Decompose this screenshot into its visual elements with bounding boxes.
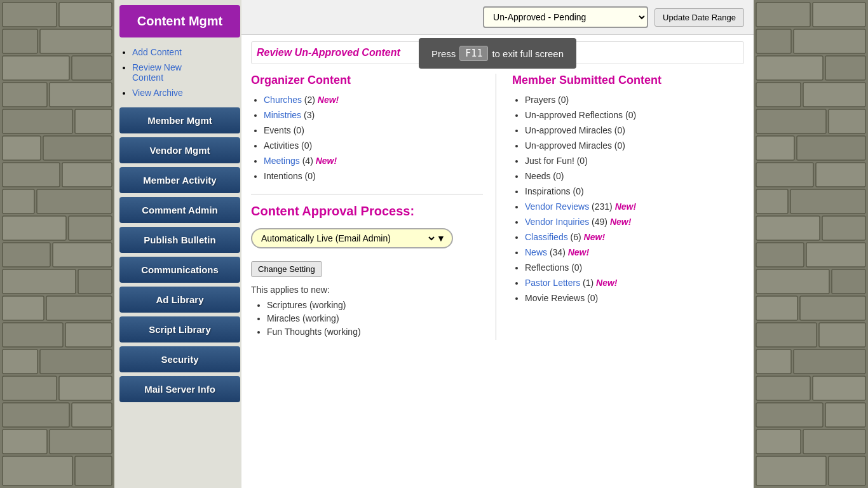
svg-rect-65 bbox=[794, 349, 865, 374]
svg-rect-10 bbox=[75, 109, 112, 133]
svg-rect-47 bbox=[829, 109, 865, 133]
list-item-prayers: Prayers (0) bbox=[525, 95, 744, 105]
list-item-meetings: Meetings (4) New! bbox=[264, 156, 483, 166]
member-submitted-list: Prayers (0) Un-approved Reflections (0) … bbox=[512, 95, 744, 303]
svg-rect-12 bbox=[43, 136, 112, 160]
list-item-unapproved-reflections: Un-approved Reflections (0) bbox=[525, 110, 744, 120]
add-content-link[interactable]: Add Content bbox=[132, 47, 182, 57]
page-content: Review Un-Approved Content Organizer Con… bbox=[241, 35, 754, 488]
svg-rect-22 bbox=[78, 269, 112, 294]
svg-rect-72 bbox=[756, 456, 826, 485]
svg-rect-9 bbox=[3, 109, 72, 133]
list-item-unapproved-miracles-1: Un-approved Miracles (0) bbox=[525, 125, 744, 135]
svg-rect-43 bbox=[825, 56, 865, 80]
svg-rect-27 bbox=[3, 349, 37, 374]
svg-rect-34 bbox=[50, 430, 112, 454]
review-new-link[interactable]: Review NewContent bbox=[132, 62, 182, 83]
ministries-link[interactable]: Ministries bbox=[264, 110, 301, 120]
svg-rect-39 bbox=[813, 3, 865, 27]
dropdown-arrow-icon: ▼ bbox=[437, 233, 445, 243]
svg-rect-28 bbox=[40, 349, 112, 374]
status-select[interactable]: Un-Approved - Pending Approved - Live Ar… bbox=[483, 6, 648, 28]
applies-item-miracles: Miracles (working) bbox=[267, 313, 483, 323]
sidebar-item-review-new: Review NewContent bbox=[132, 62, 236, 83]
churches-new: New! bbox=[318, 95, 339, 105]
intentions-text: Intentions (0) bbox=[264, 171, 316, 181]
svg-rect-48 bbox=[756, 136, 794, 160]
organizer-content-title: Organizer Content bbox=[251, 74, 483, 87]
vendor-reviews-link[interactable]: Vendor Reviews bbox=[525, 201, 589, 212]
top-bar: Un-Approved - Pending Approved - Live Ar… bbox=[241, 0, 754, 35]
svg-rect-2 bbox=[59, 3, 112, 27]
fullscreen-notice: Press F11 to exit full screen bbox=[419, 38, 576, 69]
right-column: Member Submitted Content Prayers (0) Un-… bbox=[509, 74, 744, 340]
svg-rect-35 bbox=[3, 456, 72, 485]
security-button[interactable]: Security bbox=[119, 346, 240, 372]
svg-rect-32 bbox=[72, 403, 112, 427]
change-setting-button[interactable]: Change Setting bbox=[251, 261, 322, 277]
svg-rect-15 bbox=[3, 189, 34, 214]
svg-rect-38 bbox=[756, 3, 810, 27]
svg-rect-31 bbox=[3, 403, 69, 427]
list-item-vendor-reviews: Vendor Reviews (231) New! bbox=[525, 201, 744, 212]
view-archive-link[interactable]: View Archive bbox=[132, 88, 183, 98]
meetings-link[interactable]: Meetings bbox=[264, 156, 300, 166]
section-divider bbox=[251, 194, 483, 194]
vendor-mgmt-button[interactable]: Vendor Mgmt bbox=[119, 137, 240, 163]
list-item-news: News (34) New! bbox=[525, 247, 744, 257]
classifieds-link[interactable]: Classifieds bbox=[525, 232, 568, 242]
approval-select[interactable]: Automatically Live (Email Admin) Manual … bbox=[259, 233, 437, 244]
applies-text: This applies to new: bbox=[251, 285, 483, 295]
applies-list: Scriptures (working) Miracles (working) … bbox=[251, 300, 483, 337]
classifieds-new: New! bbox=[584, 232, 605, 242]
fullscreen-press-text: Press bbox=[431, 48, 456, 59]
svg-rect-30 bbox=[59, 376, 112, 400]
member-submitted-title: Member Submitted Content bbox=[512, 74, 744, 87]
list-item-ministries: Ministries (3) bbox=[264, 110, 483, 120]
svg-rect-6 bbox=[72, 56, 112, 80]
publish-bulletin-button[interactable]: Publish Bulletin bbox=[119, 227, 240, 253]
svg-rect-45 bbox=[803, 83, 865, 107]
svg-rect-59 bbox=[832, 269, 865, 294]
svg-rect-20 bbox=[53, 243, 112, 267]
svg-rect-17 bbox=[3, 216, 66, 240]
svg-rect-73 bbox=[829, 456, 865, 485]
script-library-button[interactable]: Script Library bbox=[119, 316, 240, 342]
svg-rect-14 bbox=[62, 163, 112, 187]
svg-rect-53 bbox=[790, 189, 865, 214]
activities-text: Activities (0) bbox=[264, 140, 312, 151]
svg-rect-71 bbox=[803, 430, 865, 454]
communications-button[interactable]: Communications bbox=[119, 257, 240, 283]
applies-item-fun-thoughts: Fun Thoughts (working) bbox=[267, 327, 483, 337]
ad-library-button[interactable]: Ad Library bbox=[119, 287, 240, 313]
mail-server-info-button[interactable]: Mail Server Info bbox=[119, 376, 240, 402]
svg-rect-25 bbox=[3, 323, 63, 347]
churches-link[interactable]: Churches bbox=[264, 95, 302, 105]
news-link[interactable]: News bbox=[525, 247, 547, 257]
events-text: Events (0) bbox=[264, 125, 304, 135]
list-item-inspirations: Inspirations (0) bbox=[525, 186, 744, 196]
svg-rect-46 bbox=[756, 109, 826, 133]
svg-rect-5 bbox=[3, 56, 69, 80]
member-activity-button[interactable]: Member Activity bbox=[119, 167, 240, 193]
svg-rect-1 bbox=[3, 3, 57, 27]
svg-rect-11 bbox=[3, 136, 41, 160]
svg-rect-26 bbox=[65, 323, 112, 347]
svg-rect-69 bbox=[825, 403, 865, 427]
meetings-count: (4) bbox=[302, 156, 316, 166]
pastor-letters-link[interactable]: Pastor Letters bbox=[525, 278, 580, 288]
member-mgmt-button[interactable]: Member Mgmt bbox=[119, 107, 240, 133]
two-column-layout: Organizer Content Churches (2) New! Mini… bbox=[251, 74, 744, 340]
svg-rect-8 bbox=[50, 83, 112, 107]
list-item-just-for-fun: Just for Fun! (0) bbox=[525, 156, 744, 166]
svg-rect-42 bbox=[756, 56, 823, 80]
svg-rect-7 bbox=[3, 83, 47, 107]
left-column: Organizer Content Churches (2) New! Mini… bbox=[251, 74, 496, 340]
svg-rect-68 bbox=[756, 403, 823, 427]
sidebar-quick-links: Add Content Review NewContent View Archi… bbox=[119, 47, 236, 98]
update-date-range-button[interactable]: Update Date Range bbox=[654, 8, 744, 27]
comment-admin-button[interactable]: Comment Admin bbox=[119, 197, 240, 223]
vendor-inquiries-link[interactable]: Vendor Inquiries bbox=[525, 217, 589, 227]
sidebar: Content Mgmt Add Content Review NewConte… bbox=[114, 0, 241, 488]
list-item-needs: Needs (0) bbox=[525, 171, 744, 181]
